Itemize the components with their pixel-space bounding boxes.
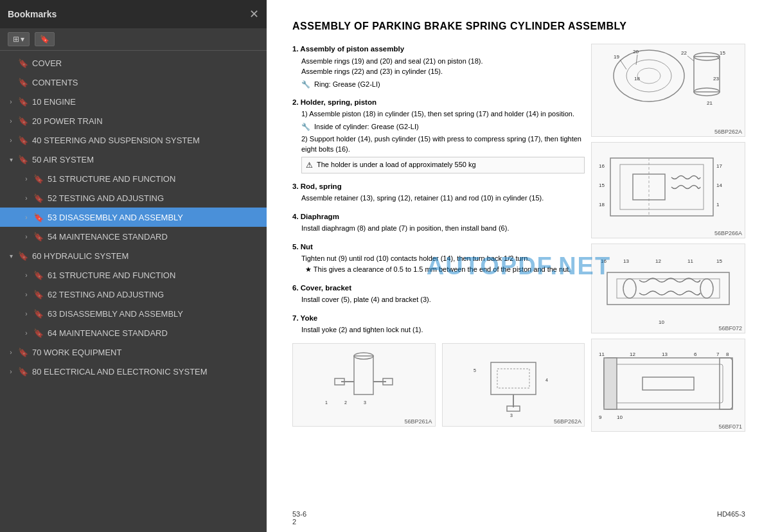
toggle-51-structure[interactable]: ›: [21, 173, 32, 184]
svg-text:17: 17: [716, 163, 722, 169]
diagram-top: 19 20 22 15 18 23 21 56BP262A: [591, 44, 745, 137]
diagram-svg-mid-2: 16 13 12 11 15 10: [598, 247, 739, 330]
toggle-63-disassembly[interactable]: ›: [21, 308, 32, 319]
toggle-54-maintenance[interactable]: ›: [21, 231, 32, 242]
step-6-number: 6. Cover, bracket: [292, 283, 585, 294]
svg-text:12: 12: [630, 351, 635, 357]
toggle-20-power-train[interactable]: ›: [5, 115, 17, 127]
expand-all-icon: ⊞: [13, 35, 19, 44]
step-5-bullet: ★ This gives a clearance of 0.5 to 1.5 m…: [305, 264, 585, 275]
grease-icon-2: 🔧: [301, 121, 310, 132]
svg-text:21: 21: [707, 100, 713, 106]
footer-right: HD465-3: [717, 510, 745, 526]
svg-rect-10: [497, 369, 529, 388]
toggle-53-disassembly[interactable]: ›: [21, 211, 32, 223]
bookmark-label-63-disassembly: 63 DISASSEMBLY AND ASSEMBLY: [48, 309, 261, 319]
step-7: 7. Yoke Install yoke (2) and tighten loc…: [292, 313, 585, 335]
expand-all-label: ▾: [21, 35, 24, 44]
svg-text:19: 19: [614, 54, 619, 60]
svg-text:11: 11: [599, 351, 605, 357]
bookmark-label-64-maintenance: 64 MAINTENANCE STANDARD: [48, 328, 261, 338]
bookmark-item-80-electrical[interactable]: ›🔖80 ELECTRICAL AND ELECTRONIC SYSTEM: [0, 362, 267, 381]
bookmark-item-cover[interactable]: 🔖COVER: [0, 53, 267, 73]
bookmark-label-70-work-equipment: 70 WORK EQUIPMENT: [32, 348, 261, 357]
close-icon[interactable]: ✕: [249, 8, 259, 20]
toggle-64-maintenance[interactable]: ›: [21, 327, 32, 339]
svg-rect-33: [610, 158, 713, 216]
step-5-text: Tighten nut (9) until rod (10) contacts …: [301, 254, 585, 264]
svg-rect-44: [617, 279, 720, 298]
diagram-svg-bottom-right: 5 4 3: [472, 350, 555, 420]
step-4-text: Install diaphragm (8) and plate (7) in p…: [301, 224, 585, 234]
diagram-label-mid-3: 56BF071: [718, 423, 742, 430]
diagram-svg-top: 19 20 22 15 18 23 21: [598, 47, 739, 134]
toggle-10-engine[interactable]: ›: [5, 96, 17, 107]
bookmark-item-70-work-equipment[interactable]: ›🔖70 WORK EQUIPMENT: [0, 342, 267, 362]
page-title: ASSEMBLY OF PARKING BRAKE SPRING CYLINDE…: [292, 19, 745, 33]
bookmark-item-60-hydraulic[interactable]: ▾🔖60 HYDRAULIC SYSTEM: [0, 246, 267, 265]
toggle-40-steering[interactable]: ›: [5, 134, 17, 146]
diagram-label-mid-1: 56BP266A: [714, 230, 742, 236]
svg-rect-54: [614, 364, 723, 403]
bookmark-label-contents: CONTENTS: [32, 78, 261, 87]
svg-point-16: [614, 50, 684, 102]
bookmark-item-20-power-train[interactable]: ›🔖20 POWER TRAIN: [0, 111, 267, 130]
bookmark-label-50-air-system: 50 AIR SYSTEM: [32, 155, 261, 164]
sidebar: Bookmarks ✕ ⊞ ▾ 🔖 🔖COVER🔖CONTENTS›🔖10 EN…: [0, 0, 267, 532]
bookmark-flag-icon-52-testing: 🔖: [33, 193, 44, 203]
bookmark-flag-icon-40-steering: 🔖: [18, 135, 28, 145]
bookmark-label-52-testing: 52 TESTING AND ADJUSTING: [48, 193, 261, 203]
bookmark-item-64-maintenance[interactable]: ›🔖64 MAINTENANCE STANDARD: [0, 323, 267, 342]
step-2-sub1: 1) Assemble piston (18) in cylinder (15)…: [301, 109, 585, 120]
bookmark-label-20-power-train: 20 POWER TRAIN: [32, 116, 261, 126]
toggle-52-testing[interactable]: ›: [21, 192, 32, 204]
toggle-50-air-system[interactable]: ▾: [5, 154, 17, 165]
bookmark-label-62-testing: 62 TESTING AND ADJUSTING: [48, 290, 261, 299]
svg-point-46: [700, 279, 713, 298]
toggle-70-work-equipment[interactable]: ›: [5, 346, 17, 358]
step-3-number: 3. Rod, spring: [292, 181, 585, 192]
warning-icon: ⚠: [306, 159, 313, 171]
bookmark-item-61-structure[interactable]: ›🔖61 STRUCTURE AND FUNCTION: [0, 265, 267, 285]
step-4: 4. Diaphragm Install diaphragm (8) and p…: [292, 211, 585, 234]
diagram-mid-3: 11 12 13 6 7 8 9 10 56BF071: [591, 339, 745, 432]
svg-rect-55: [642, 377, 694, 390]
footer-left: 53-62: [292, 510, 306, 526]
step-2-sub2: 2) Support holder (14), push cylinder (1…: [301, 134, 585, 155]
svg-point-17: [626, 60, 671, 92]
bookmark-item-51-structure[interactable]: ›🔖51 STRUCTURE AND FUNCTION: [0, 169, 267, 188]
svg-text:20: 20: [633, 49, 639, 55]
bookmark-flag-icon-54-maintenance: 🔖: [33, 231, 44, 242]
svg-rect-19: [694, 57, 720, 92]
bookmark-label-cover: COVER: [32, 58, 261, 68]
bookmark-flag-icon-60-hydraulic: 🔖: [18, 251, 28, 261]
diagram-svg-bottom-left: 1 2 3: [322, 350, 405, 420]
bookmark-button[interactable]: 🔖: [35, 32, 55, 46]
bookmark-item-52-testing[interactable]: ›🔖52 TESTING AND ADJUSTING: [0, 188, 267, 208]
bookmark-item-63-disassembly[interactable]: ›🔖63 DISASSEMBLY AND ASSEMBLY: [0, 304, 267, 323]
bookmark-item-54-maintenance[interactable]: ›🔖54 MAINTENANCE STANDARD: [0, 227, 267, 246]
bookmark-flag-icon-61-structure: 🔖: [33, 270, 44, 280]
toggle-61-structure[interactable]: ›: [21, 269, 32, 281]
svg-rect-53: [604, 358, 732, 409]
svg-text:6: 6: [694, 351, 697, 357]
bookmark-flag-icon-contents: 🔖: [18, 77, 28, 87]
step-1-note-text: Ring: Grease (G2-LI): [314, 79, 380, 90]
bookmark-item-10-engine[interactable]: ›🔖10 ENGINE: [0, 92, 267, 111]
toggle-60-hydraulic[interactable]: ▾: [5, 250, 17, 262]
svg-text:3: 3: [364, 400, 366, 405]
svg-text:7: 7: [716, 351, 720, 357]
bookmark-label-51-structure: 51 STRUCTURE AND FUNCTION: [48, 174, 261, 184]
bookmark-item-53-disassembly[interactable]: ›🔖53 DISASSEMBLY AND ASSEMBLY: [0, 208, 267, 227]
bookmark-item-50-air-system[interactable]: ▾🔖50 AIR SYSTEM: [0, 150, 267, 169]
toggle-80-electrical[interactable]: ›: [5, 366, 17, 377]
bookmark-flag-icon-50-air-system: 🔖: [18, 154, 28, 164]
bookmark-item-contents[interactable]: 🔖CONTENTS: [0, 73, 267, 92]
bookmark-item-62-testing[interactable]: ›🔖62 TESTING AND ADJUSTING: [0, 285, 267, 304]
bookmark-label-80-electrical: 80 ELECTRICAL AND ELECTRONIC SYSTEM: [32, 367, 261, 377]
toggle-62-testing[interactable]: ›: [21, 288, 32, 300]
bookmark-item-40-steering[interactable]: ›🔖40 STEERING AND SUSPENSION SYSTEM: [0, 130, 267, 150]
bookmark-label-40-steering: 40 STEERING AND SUSPENSION SYSTEM: [32, 136, 261, 145]
expand-all-button[interactable]: ⊞ ▾: [8, 32, 30, 46]
bookmark-flag-icon-62-testing: 🔖: [33, 289, 44, 299]
